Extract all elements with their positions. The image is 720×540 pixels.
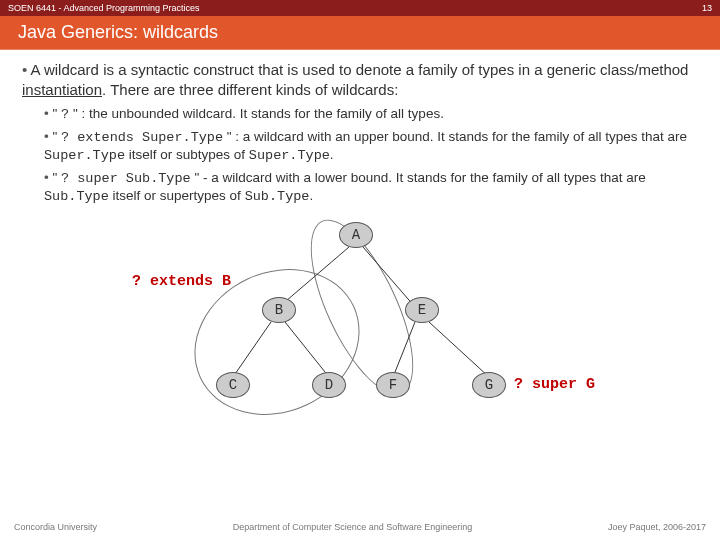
footer-right: Joey Paquet, 2006-2017 xyxy=(608,522,706,532)
intro-text-a: A wildcard is a syntactic construct that… xyxy=(31,61,689,78)
label-extends-b: ? extends B xyxy=(132,272,231,292)
footer-mid: Department of Computer Science and Softw… xyxy=(97,522,608,532)
code-super: ? super Sub.Type xyxy=(61,171,191,186)
node-c: C xyxy=(216,372,250,398)
footer: Concordia University Department of Compu… xyxy=(0,518,720,540)
edge-e-g xyxy=(429,322,489,377)
top-bar: SOEN 6441 - Advanced Programming Practic… xyxy=(0,0,720,16)
node-d: D xyxy=(312,372,346,398)
node-a: A xyxy=(339,222,373,248)
code-q: ? xyxy=(61,107,69,122)
intro-underline: instantiation xyxy=(22,81,102,98)
slide-body: A wildcard is a syntactic construct that… xyxy=(0,50,720,518)
slide-title-bar: Java Generics: wildcards xyxy=(0,16,720,50)
node-e: E xyxy=(405,297,439,323)
bullet-intro: A wildcard is a syntactic construct that… xyxy=(22,60,698,206)
node-f: F xyxy=(376,372,410,398)
code-extends: ? extends Super.Type xyxy=(61,130,223,145)
node-g: G xyxy=(472,372,506,398)
footer-left: Concordia University xyxy=(14,522,97,532)
intro-text-b: . There are three different kinds of wil… xyxy=(102,81,398,98)
course-code: SOEN 6441 - Advanced Programming Practic… xyxy=(8,3,200,13)
slide-title: Java Generics: wildcards xyxy=(18,22,218,43)
slide-number: 13 xyxy=(702,3,712,13)
type-hierarchy-diagram: A B E C D F G ? extends B ? super G xyxy=(22,212,698,442)
node-b: B xyxy=(262,297,296,323)
bullet-unbounded: " ? " : the unbounded wildcard. It stand… xyxy=(44,105,698,124)
label-super-g: ? super G xyxy=(514,375,595,395)
bullet-super: " ? super Sub.Type " - a wildcard with a… xyxy=(44,169,698,206)
bullet-extends: " ? extends Super.Type " : a wildcard wi… xyxy=(44,128,698,165)
